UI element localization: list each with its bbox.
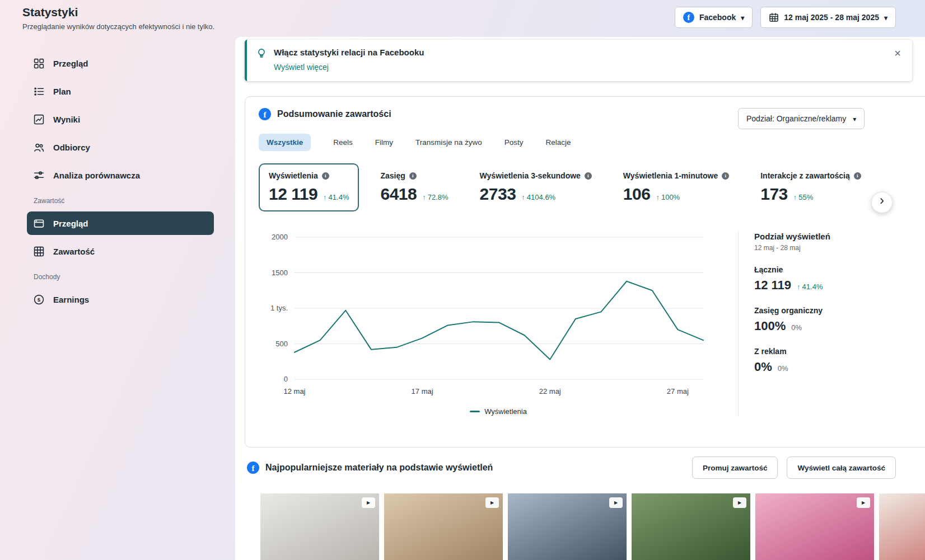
sidebar-item-label: Odbiorcy — [53, 143, 90, 152]
svg-text:1 tys.: 1 tys. — [270, 304, 288, 312]
close-icon[interactable] — [892, 45, 903, 61]
breakdown-row-label: Z reklam — [754, 347, 925, 356]
promote-content-button[interactable]: Promuj zawartość — [692, 457, 778, 479]
sidebar-item-przeglad[interactable]: Przegląd — [27, 51, 214, 75]
metric-change-value: 72.8% — [428, 193, 449, 201]
content-thumbnail[interactable] — [879, 493, 925, 560]
tab-transmisje-na-zywo[interactable]: Transmisje na żywo — [415, 134, 482, 151]
svg-text:27 maj: 27 maj — [667, 387, 689, 396]
up-arrow-icon — [323, 193, 327, 201]
breakdown-row-value: 100% — [754, 319, 786, 333]
metric-value: 173 — [760, 185, 788, 204]
svg-text:1500: 1500 — [272, 269, 288, 277]
sidebar-item-content-przeglad[interactable]: Przegląd — [27, 211, 214, 235]
page-subtitle: Przeglądanie wyników dotyczących efektyw… — [22, 22, 214, 31]
tab-filmy[interactable]: Filmy — [375, 134, 393, 151]
metric-wyswietlenia-1-minutowe[interactable]: Wyświetlenia 1-minutowe 106100% — [613, 163, 739, 211]
content-thumbnail[interactable] — [755, 493, 874, 560]
metric-change-value: 4104.6% — [527, 193, 555, 201]
sidebar: Przegląd Plan Wyniki Odbiorcy Analiza po… — [27, 51, 214, 316]
tab-reels[interactable]: Reels — [333, 134, 353, 151]
page-header: Statystyki Przeglądanie wyników dotycząc… — [0, 0, 925, 37]
sidebar-item-label: Wyniki — [53, 115, 80, 124]
facebook-logo-icon — [259, 108, 271, 120]
metrics-next-button[interactable] — [871, 192, 893, 213]
metric-wyswietlenia-3-sekundowe[interactable]: Wyświetlenia 3-sekundowe 27334104.6% — [470, 163, 602, 211]
tab-relacje[interactable]: Relacje — [546, 134, 571, 151]
header-controls: Facebook 12 maj 2025 - 28 maj 2025 — [675, 7, 896, 28]
facebook-logo-icon — [247, 462, 259, 474]
breakdown-row-change: 0% — [791, 323, 802, 332]
view-all-content-button[interactable]: Wyświetl całą zawartość — [787, 457, 896, 479]
breakdown-row-change: 0% — [778, 364, 788, 373]
chevron-down-icon — [741, 13, 744, 22]
lightbulb-icon — [256, 48, 267, 72]
info-icon — [409, 172, 417, 180]
metric-interakcje[interactable]: Interakcje z zawartością 17355% — [750, 163, 871, 211]
tab-posty[interactable]: Posty — [504, 134, 524, 151]
metric-label: Zasięg — [380, 171, 405, 180]
breakdown-row-change-value: 41.4% — [802, 283, 823, 291]
benchmark-icon — [34, 170, 45, 181]
metric-value: 2733 — [480, 185, 516, 204]
sidebar-item-zawartosc[interactable]: Zawartość — [27, 239, 214, 263]
date-range-button[interactable]: 12 maj 2025 - 28 maj 2025 — [760, 7, 896, 28]
sidebar-item-plan[interactable]: Plan — [27, 79, 214, 103]
content-thumbnail[interactable] — [632, 493, 750, 560]
plan-icon — [34, 86, 45, 97]
content-type-tabs: Wszystkie Reels Filmy Transmisje na żywo… — [259, 134, 925, 151]
summary-title: Podsumowanie zawartości — [277, 109, 391, 119]
breakdown-title: Podział wyświetleń — [754, 232, 925, 241]
breakdown-dropdown-label: Podział: Organiczne/reklamy — [746, 114, 846, 123]
earnings-icon: $ — [34, 294, 45, 305]
platform-selector-button[interactable]: Facebook — [675, 7, 753, 28]
popular-thumbnails — [245, 493, 925, 560]
sidebar-section-zawartosc: Zawartość — [34, 197, 214, 205]
video-play-icon — [485, 497, 499, 508]
svg-text:0: 0 — [284, 375, 288, 383]
svg-text:500: 500 — [275, 340, 288, 348]
sidebar-item-earnings[interactable]: $ Earnings — [27, 288, 214, 311]
metric-label: Wyświetlenia 1-minutowe — [623, 171, 718, 180]
breakdown-subtitle: 12 maj - 28 maj — [754, 244, 925, 252]
sidebar-item-label: Earnings — [53, 295, 89, 304]
info-icon — [585, 172, 592, 180]
metric-change: 41.4% — [323, 193, 349, 201]
metric-value: 6418 — [380, 185, 417, 204]
chevron-down-icon — [853, 114, 856, 123]
stories-insights-banner: Włącz statystyki relacji na Facebooku Wy… — [245, 40, 912, 81]
metric-change: 72.8% — [422, 193, 448, 201]
sidebar-item-wyniki[interactable]: Wyniki — [27, 107, 214, 131]
content-thumbnail[interactable] — [260, 493, 379, 560]
page-title: Statystyki — [22, 6, 78, 19]
facebook-logo-icon — [683, 12, 694, 23]
metric-zasieg[interactable]: Zasięg 641872.8% — [370, 163, 458, 211]
views-chart-svg: 05001 tys.1500200012 maj17 maj22 maj27 m… — [259, 230, 718, 398]
content-thumbnail[interactable] — [508, 493, 627, 560]
banner-link[interactable]: Wyświetl więcej — [274, 63, 329, 72]
info-icon — [722, 172, 729, 180]
platform-selector-label: Facebook — [699, 13, 736, 22]
metric-value: 106 — [623, 185, 651, 204]
breakdown-dropdown[interactable]: Podział: Organiczne/reklamy — [738, 108, 865, 129]
sidebar-item-label: Analiza porównawcza — [53, 171, 140, 180]
metric-label: Wyświetlenia 3-sekundowe — [480, 171, 581, 180]
metric-change: 100% — [656, 193, 680, 201]
sidebar-item-analiza-porownawcza[interactable]: Analiza porównawcza — [27, 163, 214, 187]
info-icon — [322, 172, 329, 180]
calendar-icon — [769, 12, 779, 22]
sidebar-item-odbiorcy[interactable]: Odbiorcy — [27, 135, 214, 159]
tab-wszystkie[interactable]: Wszystkie — [259, 134, 311, 151]
chevron-down-icon — [884, 13, 887, 22]
breakdown-row-value: 0% — [754, 360, 772, 374]
up-arrow-icon — [797, 283, 801, 291]
meta-business-suite-insights: Statystyki Przeglądanie wyników dotycząc… — [0, 0, 925, 560]
breakdown-row-value: 12 119 — [754, 278, 791, 293]
results-icon — [34, 114, 45, 125]
content-thumbnail[interactable] — [384, 493, 503, 560]
sidebar-item-label: Plan — [53, 87, 71, 96]
metric-change: 4104.6% — [521, 193, 555, 201]
info-icon — [854, 172, 861, 180]
metric-wyswietlenia[interactable]: Wyświetlenia 12 11941.4% — [259, 163, 359, 211]
legend-label: Wyświetlenia — [484, 407, 527, 416]
